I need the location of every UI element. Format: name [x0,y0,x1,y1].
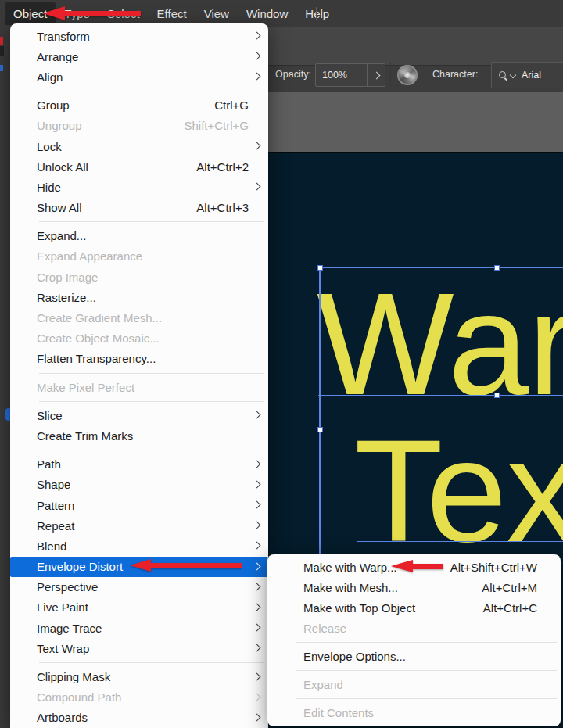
selection-top-edge [318,267,563,268]
menubar-item-view[interactable]: View [195,2,238,25]
object-menu-item-shortcut: Shift+Ctrl+G [184,119,249,132]
envelope-submenu-item-shortcut: Alt+Ctrl+M [482,581,537,594]
object-menu-separator [10,88,268,95]
menubar-item-help[interactable]: Help [296,2,338,25]
submenu-chevron-icon [253,501,261,509]
object-menu-item-group[interactable]: GroupCtrl+G [10,95,268,116]
recolor-artwork-icon[interactable] [397,65,418,85]
object-menu-item-create-gradient-mesh[interactable]: Create Gradient Mesh... [10,307,268,328]
object-menu-item-crop-image[interactable]: Crop Image [10,267,268,287]
selection-handle-top-mid[interactable] [494,265,500,271]
object-menu-item-label: Repeat [37,519,249,533]
tools-panel-edge [0,27,10,728]
envelope-submenu-item-label: Make with Top Object [303,601,483,615]
opacity-link[interactable]: Opacity: [275,69,311,81]
selection-handle-left-mid[interactable] [317,427,323,432]
object-menu-item-rasterize[interactable]: Rasterize... [10,287,268,307]
object-menu-item-label: Arrange [37,50,249,63]
selection-baseline-warp [318,395,563,396]
object-menu-separator [10,369,268,377]
object-menu-item-hide[interactable]: Hide [10,177,268,197]
illustrator-window: Warp Text ObjectTypeSelectEffectViewWind… [0,0,563,728]
envelope-submenu-item-label: Edit Contents [303,706,537,719]
envelope-submenu-item-release[interactable]: Release [267,618,561,638]
object-menu-item-label: Path [37,457,249,471]
object-menu-item-create-object-mosaic[interactable]: Create Object Mosaic... [10,328,268,349]
object-menu-item-compound-path[interactable]: Compound Path [10,687,268,708]
object-menu-item-label: Slice [37,409,249,422]
object-menu-item-label: Perspective [37,580,249,594]
menubar-item-window[interactable]: Window [238,2,296,25]
opacity-dropdown-button[interactable] [367,64,385,86]
object-menu-item-label: Compound Path [37,690,249,704]
object-menu-item-label: Expand... [37,229,249,242]
envelope-submenu-item-expand[interactable]: Expand [267,674,561,694]
object-menu-item-lock[interactable]: Lock [10,136,268,156]
selection-left-edge [319,267,321,557]
object-menu-item-expand-appearance[interactable]: Expand Appearance [10,246,268,267]
object-menu-item-slice[interactable]: Slice [10,405,268,425]
object-menu-item-label: Make Pixel Perfect [37,381,249,394]
submenu-chevron-icon [253,562,261,570]
object-menu-item-arrange[interactable]: Arrange [10,46,268,66]
object-menu-item-blend[interactable]: Blend [10,536,268,556]
envelope-submenu-item-shortcut: Alt+Ctrl+C [483,601,537,615]
tool-icon-sliver-blue [0,65,3,71]
submenu-chevron-icon [253,713,261,721]
object-menu-item-label: Create Object Mosaic... [37,332,249,345]
object-menu-item-pattern[interactable]: Pattern [10,495,268,515]
object-menu-item-label: Unlock All [37,160,196,174]
object-menu-item-shape[interactable]: Shape [10,475,268,495]
menubar-item-effect[interactable]: Effect [149,2,195,25]
opacity-field[interactable]: 100% [315,63,385,87]
character-link[interactable]: Character: [432,69,478,81]
envelope-submenu-item-edit-contents[interactable]: Edit Contents [267,702,561,723]
selection-handle-top-left[interactable] [317,265,323,271]
object-menu-item-text-wrap[interactable]: Text Wrap [10,638,268,658]
object-menu-item-label: Ungroup [37,119,184,132]
object-menu-item-shortcut: Alt+Ctrl+3 [196,201,249,214]
object-menu-item-expand[interactable]: Expand... [10,226,268,246]
object-menu-item-clipping-mask[interactable]: Clipping Mask [10,666,268,687]
object-menu-item-live-paint[interactable]: Live Paint [10,597,268,618]
object-menu-item-label: Align [37,70,249,84]
object-menu-item-artboards[interactable]: Artboards [10,708,268,728]
envelope-distort-submenu-panel: Make with Warp...Alt+Shift+Ctrl+WMake wi… [267,554,561,726]
envelope-submenu-item-label: Envelope Options... [303,650,537,663]
object-menu-item-path[interactable]: Path [10,454,268,475]
object-menu-item-unlock-all[interactable]: Unlock AllAlt+Ctrl+2 [10,156,268,177]
chevron-right-icon [372,71,380,79]
envelope-submenu-item-make-with-mesh[interactable]: Make with Mesh...Alt+Ctrl+M [267,577,561,597]
object-menu-item-repeat[interactable]: Repeat [10,515,268,536]
object-menu-item-perspective[interactable]: Perspective [10,577,268,597]
object-menu-item-shortcut: Alt+Ctrl+2 [196,160,249,174]
selection-baseline-text [357,541,563,542]
font-search-field[interactable]: Arial [491,62,563,88]
opacity-value[interactable]: 100% [316,70,367,81]
object-menu-item-show-all[interactable]: Show AllAlt+Ctrl+3 [10,198,268,218]
envelope-submenu-separator [267,666,561,674]
submenu-chevron-icon [253,604,261,611]
object-menu-item-make-pixel-perfect[interactable]: Make Pixel Perfect [10,377,268,397]
object-menu-item-label: Text Wrap [37,642,249,655]
submenu-chevron-icon [253,644,261,652]
envelope-submenu-item-shortcut: Alt+Shift+Ctrl+W [450,561,537,574]
envelope-submenu-item-label: Release [303,622,537,635]
envelope-submenu-item-label: Make with Mesh... [303,581,482,594]
envelope-submenu-item-envelope-options[interactable]: Envelope Options... [267,646,561,666]
object-menu-item-label: Crop Image [37,271,249,284]
object-menu-item-flatten-transparency[interactable]: Flatten Transparency... [10,349,268,369]
object-menu-item-ungroup[interactable]: UngroupShift+Ctrl+G [10,116,268,136]
object-menu-item-align[interactable]: Align [10,66,268,87]
selection-handle-mid[interactable] [494,393,500,398]
menubar-separator [316,7,317,20]
submenu-chevron-icon [253,52,261,60]
object-menu-item-label: Pattern [37,499,249,512]
object-menu-item-transform[interactable]: Transform [10,26,268,46]
submenu-chevron-icon [253,693,261,701]
envelope-submenu-item-make-with-top-object[interactable]: Make with Top ObjectAlt+Ctrl+C [267,597,561,618]
object-menu-item-image-trace[interactable]: Image Trace [10,618,268,638]
object-menu-panel: TransformArrangeAlignGroupCtrl+GUngroupS… [10,23,268,728]
object-menu-item-label: Lock [37,140,249,153]
object-menu-item-create-trim-marks[interactable]: Create Trim Marks [10,425,268,446]
